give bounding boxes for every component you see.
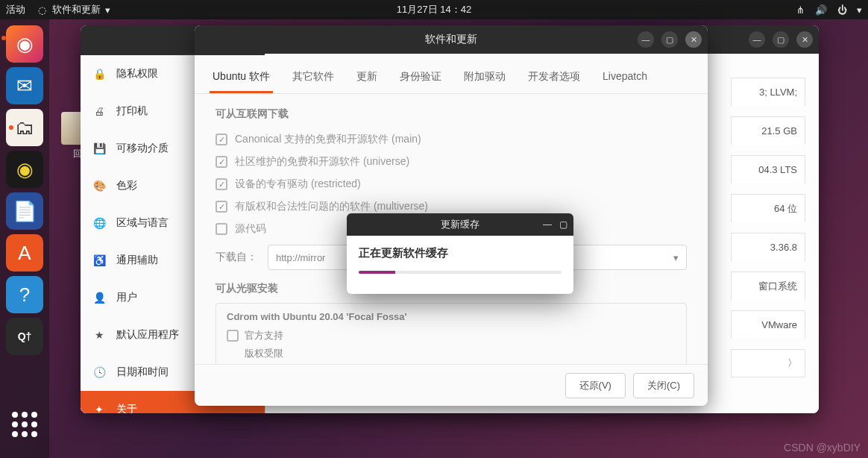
checkbox-label: 有版权和合法性问题的的软件 (multiverse) [235,200,428,213]
chevron-down-icon: ▾ [105,4,110,16]
power-icon[interactable]: ⏻ [836,4,848,16]
sw-maximize-button[interactable]: ▢ [661,31,678,48]
dock-thunderbird[interactable]: ✉ [6,67,43,104]
about-info-row: 64 位 [731,194,805,222]
dock-qt[interactable]: Q† [6,318,43,355]
sw-tab[interactable]: 开发者选项 [525,63,583,93]
checkbox-label: 设备的专有驱动 (restricted) [235,178,361,191]
app-name[interactable]: 软件和更新 [52,3,101,16]
activities-button[interactable]: 活动 [6,3,25,16]
source-checkbox-row: 社区维护的免费和开源软件 (universe) [216,151,687,173]
update-cache-dialog: 更新缓存 — ▢ 正在更新软件缓存 [347,213,573,294]
sidebar-icon: ★ [92,329,106,341]
sidebar-icon: 💾 [92,142,106,154]
checkbox-label: 源代码 [235,222,266,236]
section-download: 可从互联网下载 [216,107,687,121]
sw-tab[interactable]: Ubuntu 软件 [210,63,273,93]
sw-tab[interactable]: 其它软件 [289,63,337,93]
chevron-down-icon[interactable]: ▾ [857,4,862,16]
sidebar-label: 可移动介质 [116,142,169,155]
sidebar-icon: ♿ [92,254,106,266]
revert-button[interactable]: 还原(V) [565,373,626,398]
dock: ◉ ✉ 🗂 ◉ 📄 A ? Q† [0,19,49,458]
dialog-title: 更新缓存 [441,218,479,231]
about-info: 3; LLVM;21.5 GB04.3 LTS64 位3.36.8窗口系统VMw… [731,78,805,377]
settings-maximize-button[interactable]: ▢ [773,31,789,48]
checkbox[interactable] [216,178,227,190]
sw-title: 软件和更新 [425,33,477,46]
sidebar-label: 日期和时间 [116,366,169,379]
sidebar-label: 用户 [116,291,137,304]
dock-files[interactable]: 🗂 [6,109,43,146]
about-info-row: 3; LLVM; [731,78,805,106]
cdrom-box: Cdrom with Ubuntu 20.04 'Focal Fossa' 官方… [216,303,687,364]
sidebar-icon: 🌐 [92,217,106,229]
sidebar-icon: 🕓 [92,366,106,378]
sidebar-icon: 👤 [92,292,106,304]
source-checkbox-row: Canonical 支持的免费和开源软件 (main) [216,128,687,151]
dialog-minimize-button[interactable]: — [543,219,552,230]
download-from-label: 下载自： [216,251,257,264]
chevron-down-icon: ▾ [673,252,679,263]
sidebar-icon: 🎨 [92,180,106,192]
settings-minimize-button[interactable]: — [749,31,765,48]
sw-close-button[interactable]: ✕ [685,31,702,48]
sidebar-icon: 🔒 [92,68,106,80]
progress-bar [359,271,562,274]
watermark: CSDN @xybDIY [784,442,861,454]
volume-icon[interactable]: 🔊 [815,4,827,16]
app-indicator-icon: ◌ [36,4,48,16]
sw-tab[interactable]: 附加驱动 [461,63,509,93]
sw-footer: 还原(V) 关闭(C) [195,364,708,406]
cdrom-title: Cdrom with Ubuntu 20.04 'Focal Fossa' [227,311,676,322]
dock-firefox[interactable]: ◉ [6,25,43,63]
about-info-row: 04.3 LTS [731,155,805,183]
sidebar-label: 色彩 [116,179,137,192]
sw-tab[interactable]: 更新 [353,63,380,93]
sw-minimize-button[interactable]: — [638,31,654,48]
about-info-row: 21.5 GB [731,116,805,145]
sidebar-label: 区域与语言 [116,216,169,230]
dock-help[interactable]: ? [6,276,43,313]
datetime[interactable]: 11月27日 14：42 [397,3,471,16]
sw-titlebar[interactable]: 软件和更新 — ▢ ✕ [195,25,708,54]
about-info-row: VMware [731,310,805,339]
sidebar-label: 隐私权限 [116,67,158,81]
source-checkbox-row: 设备的专有驱动 (restricted) [216,173,687,195]
sidebar-icon: 🖨 [92,105,106,117]
dock-software[interactable]: A [6,234,43,272]
dialog-message: 正在更新软件缓存 [359,246,562,260]
checkbox[interactable] [216,134,227,145]
top-bar: 活动 ◌ 软件和更新 ▾ 11月27日 14：42 ⋔ 🔊 ⏻ ▾ [0,0,868,19]
settings-close-button[interactable]: ✕ [796,31,813,48]
close-button[interactable]: 关闭(C) [633,373,694,398]
checkbox[interactable] [216,156,227,168]
checkbox[interactable] [216,201,227,213]
dock-show-apps[interactable] [6,406,43,443]
dialog-maximize-button[interactable]: ▢ [559,219,567,230]
dialog-titlebar[interactable]: 更新缓存 — ▢ [347,213,573,236]
checkbox[interactable] [216,223,227,235]
dock-rhythmbox[interactable]: ◉ [6,151,43,188]
about-info-row: 〉 [731,349,805,377]
cdrom-official-checkbox[interactable] [227,330,239,342]
sidebar-icon: ✦ [92,404,106,413]
sidebar-label: 关于 [116,403,137,413]
network-icon[interactable]: ⋔ [794,4,806,16]
sw-tab[interactable]: Livepatch [600,63,650,93]
sidebar-label: 打印机 [116,104,148,118]
sidebar-label: 默认应用程序 [116,328,179,342]
sw-tab[interactable]: 身份验证 [397,63,444,93]
about-info-row: 窗口系统 [731,272,805,300]
checkbox-label: 社区维护的免费和开源软件 (universe) [235,155,409,169]
sidebar-label: 通用辅助 [116,254,158,267]
dock-writer[interactable]: 📄 [6,192,43,230]
sw-tabs: Ubuntu 软件其它软件更新身份验证附加驱动开发者选项Livepatch [195,54,708,94]
checkbox-label: Canonical 支持的免费和开源软件 (main) [235,133,421,146]
about-info-row: 3.36.8 [731,233,805,261]
